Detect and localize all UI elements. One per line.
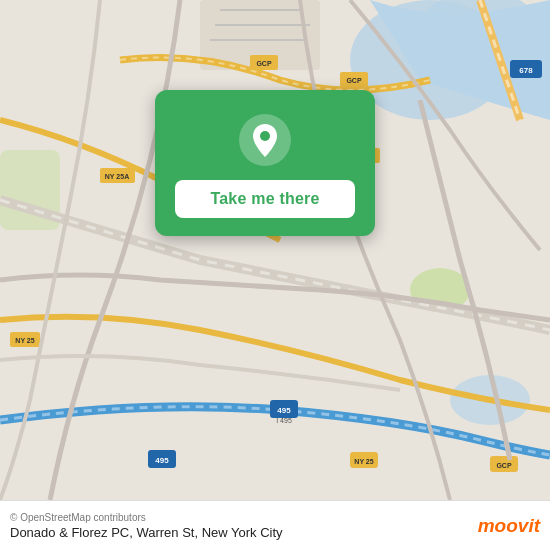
svg-text:NY 25: NY 25 bbox=[354, 458, 373, 465]
svg-text:NY 25A: NY 25A bbox=[105, 173, 129, 180]
map-attribution: © OpenStreetMap contributors bbox=[10, 512, 478, 523]
svg-point-34 bbox=[260, 131, 270, 141]
svg-text:495: 495 bbox=[277, 406, 291, 415]
svg-text:495: 495 bbox=[155, 456, 169, 465]
svg-text:I 495: I 495 bbox=[276, 417, 292, 424]
moovit-logo-text: moovit bbox=[478, 515, 540, 537]
navigation-card: Take me there bbox=[155, 90, 375, 236]
location-label: Donado & Florez PC, Warren St, New York … bbox=[10, 525, 478, 540]
location-pin-icon bbox=[239, 114, 291, 166]
svg-text:GCP: GCP bbox=[256, 60, 272, 67]
map-view: 495 I 495 495 NY 25 GCP 678 SA GCP GCP N… bbox=[0, 0, 550, 500]
bottom-bar: © OpenStreetMap contributors Donado & Fl… bbox=[0, 500, 550, 550]
svg-text:GCP: GCP bbox=[346, 77, 362, 84]
svg-text:NY 25: NY 25 bbox=[15, 337, 34, 344]
svg-text:GCP: GCP bbox=[496, 462, 512, 469]
location-info: © OpenStreetMap contributors Donado & Fl… bbox=[10, 512, 478, 540]
svg-text:678: 678 bbox=[519, 66, 533, 75]
take-me-there-button[interactable]: Take me there bbox=[175, 180, 355, 218]
moovit-logo: moovit bbox=[478, 515, 540, 537]
map-svg: 495 I 495 495 NY 25 GCP 678 SA GCP GCP N… bbox=[0, 0, 550, 500]
